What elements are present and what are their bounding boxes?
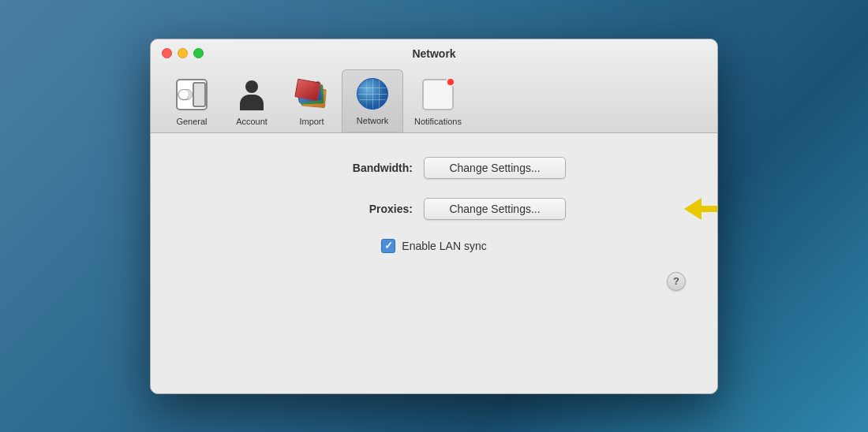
notifications-icon [419,76,457,114]
account-icon [233,76,271,114]
help-row: ? [182,272,686,291]
general-icon-shape [176,79,208,110]
notification-badge [446,77,455,87]
general-icon [173,76,211,114]
tab-account[interactable]: Account [222,71,282,132]
help-button[interactable]: ? [667,272,686,291]
person-body [240,95,264,110]
tab-notifications-label: Notifications [414,117,462,126]
bandwidth-row: Bandwidth: Change Settings... [182,157,686,179]
lan-sync-label: Enable LAN sync [402,240,486,252]
content-area: Bandwidth: Change Settings... Proxies: C… [151,133,717,393]
lan-sync-container: Enable LAN sync [381,239,486,253]
tab-import[interactable]: Import [282,71,342,132]
arrow-line [702,206,718,212]
photo-card-1 [294,78,321,101]
tab-account-label: Account [236,117,268,126]
person-head [245,80,258,93]
close-button[interactable] [162,48,172,58]
tab-notifications[interactable]: Notifications [403,71,473,132]
traffic-lights [162,48,204,58]
notifications-icon-shape [422,79,454,110]
person-icon-shape [236,79,268,110]
toggle-knob [179,90,189,99]
title-bar: Network General [151,39,717,133]
arrow-head [684,198,702,220]
maximize-button[interactable] [193,48,204,58]
globe-line-v [372,79,373,109]
toggle-switch [178,89,193,100]
toolbar: General Account [162,66,706,132]
title-bar-top: Network [162,47,706,60]
minimize-button[interactable] [178,48,188,58]
window-title: Network [412,47,455,60]
bandwidth-label: Bandwidth: [302,162,413,174]
proxies-row: Proxies: Change Settings... [182,198,686,220]
main-window: Network General [150,39,718,394]
photo-stack-shape [296,79,327,110]
proxies-change-settings-button[interactable]: Change Settings... [424,198,566,220]
tab-general-label: General [176,117,207,126]
lan-sync-checkbox[interactable] [381,239,395,253]
tab-network-label: Network [357,116,388,125]
network-icon [354,75,391,113]
import-icon [293,76,331,114]
proxies-label: Proxies: [302,203,413,215]
bandwidth-change-settings-button[interactable]: Change Settings... [424,157,566,179]
tab-import-label: Import [299,117,324,126]
tab-network[interactable]: Network [342,69,403,132]
arrow-annotation [684,198,718,220]
globe-icon-shape [357,78,388,110]
tab-general[interactable]: General [162,71,222,132]
globe-line-v3 [379,79,380,109]
lan-sync-row: Enable LAN sync [182,239,686,253]
